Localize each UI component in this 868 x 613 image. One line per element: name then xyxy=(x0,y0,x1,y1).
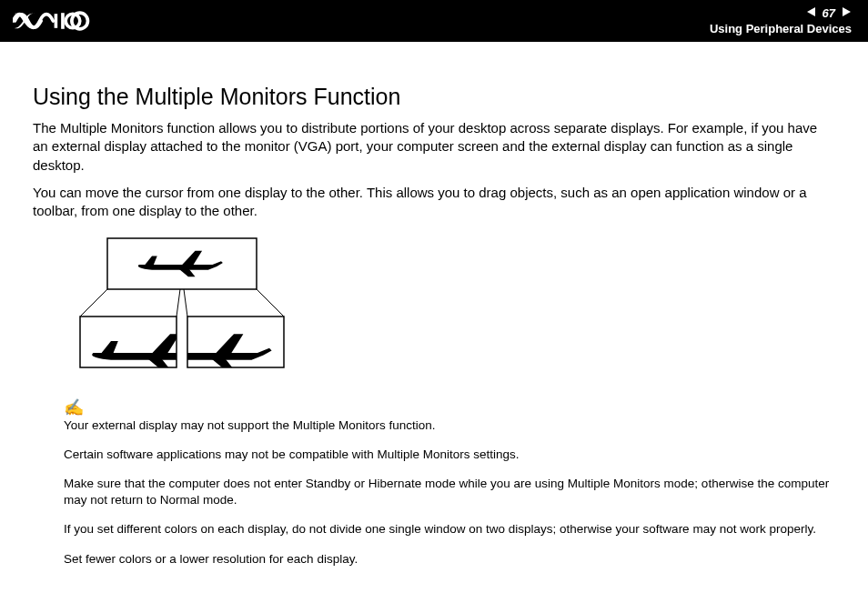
svg-rect-7 xyxy=(107,238,257,289)
note-3: Make sure that the computer does not ent… xyxy=(64,476,835,508)
page-header: 67 Using Peripheral Devices xyxy=(0,0,868,42)
multi-monitor-diagram xyxy=(64,235,835,384)
svg-line-11 xyxy=(177,289,180,317)
vaio-logo xyxy=(13,11,122,31)
page-number: 67 xyxy=(823,6,835,20)
page-title: Using the Multiple Monitors Function xyxy=(33,84,835,110)
note-5: Set fewer colors or a lower resolution f… xyxy=(64,551,835,568)
section-title: Using Peripheral Devices xyxy=(710,22,852,35)
svg-point-4 xyxy=(66,14,80,28)
note-4: If you set different colors on each disp… xyxy=(64,521,835,538)
svg-line-12 xyxy=(184,289,187,317)
notes-section: ✍ Your external display may not support … xyxy=(64,397,835,568)
intro-paragraph-1: The Multiple Monitors function allows yo… xyxy=(33,119,835,175)
svg-rect-3 xyxy=(55,14,58,28)
note-icon: ✍ xyxy=(64,397,835,418)
svg-marker-6 xyxy=(843,7,851,16)
header-right: 67 Using Peripheral Devices xyxy=(710,6,852,35)
page-nav: 67 xyxy=(710,6,852,20)
intro-paragraph-2: You can move the cursor from one display… xyxy=(33,184,835,221)
next-page-icon[interactable] xyxy=(841,6,852,20)
page-content: Using the Multiple Monitors Function The… xyxy=(0,42,868,568)
svg-line-10 xyxy=(80,289,107,317)
note-2: Certain software applications may not be… xyxy=(64,447,835,463)
svg-marker-5 xyxy=(807,7,815,16)
svg-line-13 xyxy=(257,289,284,317)
prev-page-icon[interactable] xyxy=(806,6,817,20)
note-1: Your external display may not support th… xyxy=(64,417,835,434)
